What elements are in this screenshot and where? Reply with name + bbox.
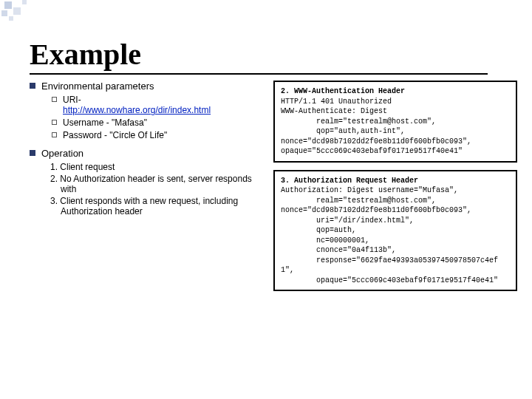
code-line: realm="testrealm@host.com", [281, 117, 510, 127]
op-heading: Operation [30, 148, 266, 159]
code-line: cnonce="0a4f113b", [281, 245, 510, 256]
uri-link[interactable]: http://www.nowhare.org/dir/index.html [63, 105, 211, 115]
code-line: nonce="dcd98b7102dd2f0e8b11d0f600bfb0c09… [281, 205, 510, 216]
env-item-password: Password - "Circle Of Life" [52, 130, 266, 140]
op-step: 2. No Authorization header is sent, serv… [50, 174, 266, 194]
code-line: nonce="dcd98b7102dd2f0e8b11d0f600bfb0c09… [281, 137, 510, 147]
code-line: opaque="5ccc069c403ebaf9f0171e9517f40e41… [281, 146, 510, 157]
right-column: 2. WWW-Authentication Header HTTP/1.1 40… [273, 81, 517, 299]
slide-title: Example [30, 37, 488, 75]
code-line: nc=00000001, [281, 236, 510, 246]
hollow-bullet-icon [52, 97, 57, 102]
hollow-bullet-icon [52, 120, 57, 125]
box-title: 3. Authorization Request Header [281, 177, 418, 185]
code-line: WWW-Authenticate: Digest [281, 106, 510, 117]
box-www-auth: 2. WWW-Authentication Header HTTP/1.1 40… [273, 81, 517, 163]
env-item-username: Username - "Mafasa" [52, 117, 266, 128]
code-line: response="6629fae49393a05397450978507c4e… [281, 256, 510, 276]
box-auth-request: 3. Authorization Request Header Authoriz… [273, 170, 517, 292]
box-title: 2. WWW-Authentication Header [281, 87, 405, 95]
bullet-icon [30, 83, 35, 89]
code-line: HTTP/1.1 401 Unauthorized [281, 97, 510, 107]
code-line: qop="auth,auth-int", [281, 126, 510, 137]
corner-decoration [0, 0, 59, 22]
code-line: uri="/dir/index.html", [281, 216, 510, 226]
env-item-uri: URI-http://www.nowhare.org/dir/index.htm… [52, 95, 266, 115]
left-column: Environmental parameters URI-http://www.… [30, 81, 273, 299]
env-heading: Environmental parameters [30, 81, 266, 92]
op-step: 1. Client request [50, 162, 266, 172]
code-line: Authorization: Digest username="Mufasa", [281, 185, 510, 196]
code-line: qop=auth, [281, 225, 510, 236]
bullet-icon [30, 150, 35, 156]
code-line: opaque="5ccc069c403ebaf9f0171e9517f40e41… [281, 276, 510, 286]
hollow-bullet-icon [52, 132, 57, 137]
op-step: 3. Client responds with a new request, i… [50, 196, 266, 216]
code-line: realm="testrealm@host.com", [281, 196, 510, 206]
